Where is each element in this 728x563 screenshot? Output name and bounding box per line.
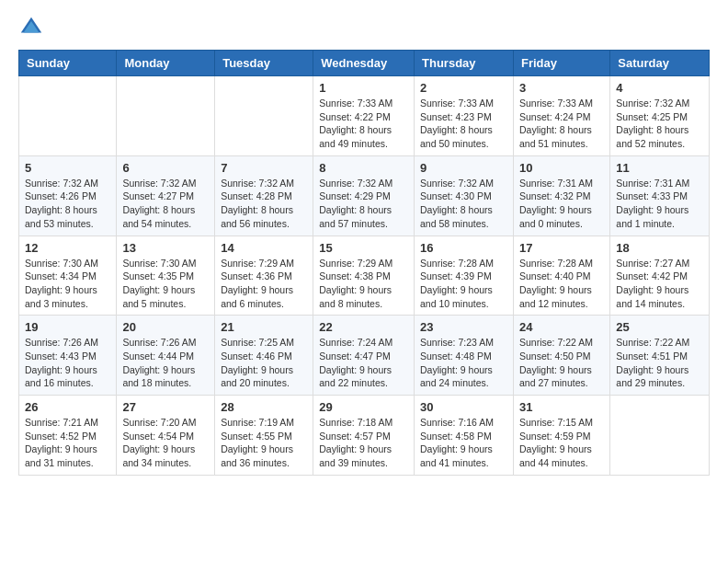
day-number: 27 — [122, 400, 209, 414]
day-number: 19 — [25, 320, 110, 334]
day-number: 13 — [122, 241, 209, 255]
day-number: 14 — [221, 241, 307, 255]
calendar-cell: 26Sunrise: 7:21 AM Sunset: 4:52 PM Dayli… — [19, 396, 117, 476]
weekday-header-monday: Monday — [117, 51, 215, 76]
day-info: Sunrise: 7:30 AM Sunset: 4:35 PM Dayligh… — [122, 257, 209, 311]
calendar-cell: 19Sunrise: 7:26 AM Sunset: 4:43 PM Dayli… — [19, 316, 117, 396]
calendar-cell: 8Sunrise: 7:32 AM Sunset: 4:29 PM Daylig… — [313, 155, 415, 236]
day-number: 18 — [616, 241, 703, 255]
day-info: Sunrise: 7:31 AM Sunset: 4:33 PM Dayligh… — [616, 177, 703, 231]
day-info: Sunrise: 7:21 AM Sunset: 4:52 PM Dayligh… — [25, 416, 110, 470]
day-number: 7 — [221, 161, 307, 175]
calendar-cell: 1Sunrise: 7:33 AM Sunset: 4:22 PM Daylig… — [313, 76, 415, 156]
calendar-cell: 14Sunrise: 7:29 AM Sunset: 4:36 PM Dayli… — [215, 236, 313, 316]
day-number: 2 — [420, 81, 507, 95]
weekday-header-row: SundayMondayTuesdayWednesdayThursdayFrid… — [19, 51, 710, 76]
day-number: 22 — [319, 320, 408, 334]
day-info: Sunrise: 7:16 AM Sunset: 4:58 PM Dayligh… — [420, 416, 507, 470]
day-number: 3 — [519, 81, 604, 95]
day-info: Sunrise: 7:32 AM Sunset: 4:29 PM Dayligh… — [319, 177, 408, 231]
calendar-cell: 16Sunrise: 7:28 AM Sunset: 4:39 PM Dayli… — [415, 236, 514, 316]
calendar-cell: 15Sunrise: 7:29 AM Sunset: 4:38 PM Dayli… — [313, 236, 415, 316]
calendar-cell: 10Sunrise: 7:31 AM Sunset: 4:32 PM Dayli… — [513, 155, 609, 236]
day-number: 16 — [420, 241, 507, 255]
logo — [18, 15, 48, 40]
day-info: Sunrise: 7:25 AM Sunset: 4:46 PM Dayligh… — [221, 336, 307, 390]
day-number: 31 — [519, 400, 604, 414]
day-number: 29 — [319, 400, 408, 414]
day-number: 23 — [420, 320, 507, 334]
week-row-2: 12Sunrise: 7:30 AM Sunset: 4:34 PM Dayli… — [19, 236, 710, 316]
calendar-cell: 12Sunrise: 7:30 AM Sunset: 4:34 PM Dayli… — [19, 236, 117, 316]
day-number: 10 — [519, 161, 604, 175]
calendar-cell: 30Sunrise: 7:16 AM Sunset: 4:58 PM Dayli… — [415, 396, 514, 476]
calendar-cell: 9Sunrise: 7:32 AM Sunset: 4:30 PM Daylig… — [415, 155, 514, 236]
day-info: Sunrise: 7:33 AM Sunset: 4:22 PM Dayligh… — [319, 97, 408, 151]
day-number: 20 — [122, 320, 209, 334]
day-info: Sunrise: 7:26 AM Sunset: 4:44 PM Dayligh… — [122, 336, 209, 390]
weekday-header-sunday: Sunday — [19, 51, 117, 76]
day-info: Sunrise: 7:23 AM Sunset: 4:48 PM Dayligh… — [420, 336, 507, 390]
day-info: Sunrise: 7:22 AM Sunset: 4:51 PM Dayligh… — [616, 336, 703, 390]
day-number: 24 — [519, 320, 604, 334]
day-number: 5 — [25, 161, 110, 175]
day-number: 11 — [616, 161, 703, 175]
day-number: 21 — [221, 320, 307, 334]
day-number: 9 — [420, 161, 507, 175]
calendar-cell: 21Sunrise: 7:25 AM Sunset: 4:46 PM Dayli… — [215, 316, 313, 396]
day-number: 12 — [25, 241, 110, 255]
logo-icon — [18, 15, 44, 40]
day-info: Sunrise: 7:29 AM Sunset: 4:36 PM Dayligh… — [221, 257, 307, 311]
day-number: 6 — [122, 161, 209, 175]
calendar: SundayMondayTuesdayWednesdayThursdayFrid… — [18, 50, 710, 476]
calendar-cell: 5Sunrise: 7:32 AM Sunset: 4:26 PM Daylig… — [19, 155, 117, 236]
calendar-cell: 13Sunrise: 7:30 AM Sunset: 4:35 PM Dayli… — [117, 236, 215, 316]
calendar-cell: 3Sunrise: 7:33 AM Sunset: 4:24 PM Daylig… — [513, 76, 609, 156]
calendar-cell: 11Sunrise: 7:31 AM Sunset: 4:33 PM Dayli… — [610, 155, 710, 236]
day-info: Sunrise: 7:32 AM Sunset: 4:26 PM Dayligh… — [25, 177, 110, 231]
calendar-cell: 2Sunrise: 7:33 AM Sunset: 4:23 PM Daylig… — [415, 76, 514, 156]
day-number: 8 — [319, 161, 408, 175]
weekday-header-tuesday: Tuesday — [215, 51, 313, 76]
header — [18, 15, 710, 40]
calendar-cell — [19, 76, 117, 156]
day-info: Sunrise: 7:30 AM Sunset: 4:34 PM Dayligh… — [25, 257, 110, 311]
day-number: 26 — [25, 400, 110, 414]
day-info: Sunrise: 7:19 AM Sunset: 4:55 PM Dayligh… — [221, 416, 307, 470]
page: SundayMondayTuesdayWednesdayThursdayFrid… — [0, 0, 728, 487]
week-row-4: 26Sunrise: 7:21 AM Sunset: 4:52 PM Dayli… — [19, 396, 710, 476]
calendar-cell — [215, 76, 313, 156]
calendar-cell: 20Sunrise: 7:26 AM Sunset: 4:44 PM Dayli… — [117, 316, 215, 396]
day-info: Sunrise: 7:24 AM Sunset: 4:47 PM Dayligh… — [319, 336, 408, 390]
day-info: Sunrise: 7:15 AM Sunset: 4:59 PM Dayligh… — [519, 416, 604, 470]
day-info: Sunrise: 7:29 AM Sunset: 4:38 PM Dayligh… — [319, 257, 408, 311]
weekday-header-saturday: Saturday — [610, 51, 710, 76]
day-info: Sunrise: 7:27 AM Sunset: 4:42 PM Dayligh… — [616, 257, 703, 311]
day-info: Sunrise: 7:32 AM Sunset: 4:27 PM Dayligh… — [122, 177, 209, 231]
weekday-header-friday: Friday — [513, 51, 609, 76]
day-info: Sunrise: 7:33 AM Sunset: 4:24 PM Dayligh… — [519, 97, 604, 151]
day-info: Sunrise: 7:32 AM Sunset: 4:28 PM Dayligh… — [221, 177, 307, 231]
calendar-cell: 22Sunrise: 7:24 AM Sunset: 4:47 PM Dayli… — [313, 316, 415, 396]
calendar-cell: 18Sunrise: 7:27 AM Sunset: 4:42 PM Dayli… — [610, 236, 710, 316]
day-info: Sunrise: 7:31 AM Sunset: 4:32 PM Dayligh… — [519, 177, 604, 231]
week-row-0: 1Sunrise: 7:33 AM Sunset: 4:22 PM Daylig… — [19, 76, 710, 156]
day-info: Sunrise: 7:18 AM Sunset: 4:57 PM Dayligh… — [319, 416, 408, 470]
day-info: Sunrise: 7:28 AM Sunset: 4:39 PM Dayligh… — [420, 257, 507, 311]
day-info: Sunrise: 7:20 AM Sunset: 4:54 PM Dayligh… — [122, 416, 209, 470]
day-info: Sunrise: 7:33 AM Sunset: 4:23 PM Dayligh… — [420, 97, 507, 151]
day-number: 1 — [319, 81, 408, 95]
day-info: Sunrise: 7:28 AM Sunset: 4:40 PM Dayligh… — [519, 257, 604, 311]
calendar-cell: 23Sunrise: 7:23 AM Sunset: 4:48 PM Dayli… — [415, 316, 514, 396]
calendar-cell — [610, 396, 710, 476]
calendar-cell: 7Sunrise: 7:32 AM Sunset: 4:28 PM Daylig… — [215, 155, 313, 236]
calendar-cell: 24Sunrise: 7:22 AM Sunset: 4:50 PM Dayli… — [513, 316, 609, 396]
day-info: Sunrise: 7:22 AM Sunset: 4:50 PM Dayligh… — [519, 336, 604, 390]
calendar-cell: 25Sunrise: 7:22 AM Sunset: 4:51 PM Dayli… — [610, 316, 710, 396]
day-info: Sunrise: 7:32 AM Sunset: 4:30 PM Dayligh… — [420, 177, 507, 231]
calendar-cell: 29Sunrise: 7:18 AM Sunset: 4:57 PM Dayli… — [313, 396, 415, 476]
calendar-cell — [117, 76, 215, 156]
calendar-cell: 28Sunrise: 7:19 AM Sunset: 4:55 PM Dayli… — [215, 396, 313, 476]
day-number: 4 — [616, 81, 703, 95]
day-number: 25 — [616, 320, 703, 334]
